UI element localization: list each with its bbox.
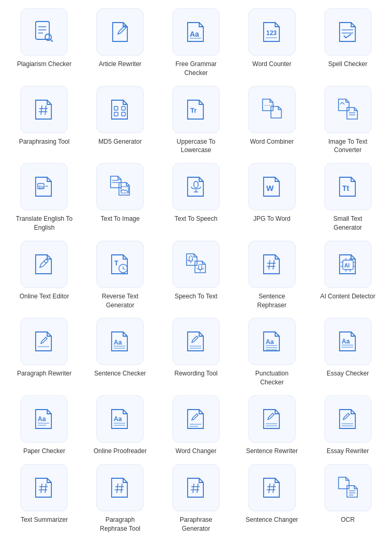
tool-item-text-summarizer[interactable]: Text Summarizer [8, 464, 80, 533]
tool-label-online-proofreader: Online Proofreader [94, 447, 147, 456]
tool-label-paragraph-rewriter: Paragraph Rewriter [17, 369, 71, 378]
svg-rect-17 [122, 106, 125, 110]
tool-icon-online-text-editor [20, 241, 68, 288]
tool-label-ai-content-detector: AI Content Detector [320, 292, 375, 301]
svg-text:AI: AI [344, 263, 350, 268]
tool-item-free-grammar-checker[interactable]: Aa Free Grammar Checker [160, 8, 232, 78]
tool-item-paraphrase-generator[interactable]: Paraphrase Generator [160, 464, 232, 533]
tool-label-paraphrasing-tool: Paraphrasing Tool [19, 137, 70, 146]
tool-icon-ai-content-detector: AI [324, 241, 372, 288]
tool-item-plagiarism-checker[interactable]: Plagiarism Checker [8, 8, 80, 78]
tool-item-text-to-speech[interactable]: Text To Speech [160, 163, 232, 232]
tool-item-jpg-to-word[interactable]: W JPG To Word [236, 163, 308, 232]
tool-label-online-text-editor: Online Text Editor [19, 292, 69, 301]
tool-label-word-counter: Word Counter [253, 60, 291, 69]
tool-item-image-to-text-converter[interactable]: Image To Text Converter [312, 86, 384, 155]
tool-label-reverse-text-generator: Reverse Text Generator [91, 292, 149, 310]
tool-label-free-grammar-checker: Free Grammar Checker [167, 60, 225, 78]
tool-label-speech-to-text: Speech To Text [175, 292, 217, 301]
tool-item-paragraph-rephrase-tool[interactable]: Paragraph Rephrase Tool [84, 464, 156, 533]
tool-label-essay-rewriter: Essay Rewriter [326, 447, 369, 456]
tool-item-translate-english[interactable]: En Translate English To English [8, 163, 80, 232]
tool-item-article-rewriter[interactable]: Article Rewriter [84, 8, 156, 78]
tool-icon-ocr [324, 464, 372, 511]
tool-item-ai-content-detector[interactable]: AI AI Content Detector [312, 241, 384, 310]
tool-item-spell-checker[interactable]: Spell Checker [312, 8, 384, 78]
tool-item-sentence-checker[interactable]: Aa Sentence Checker [84, 318, 156, 387]
tool-label-word-changer: Word Changer [176, 447, 216, 456]
tool-icon-word-counter: 123 [248, 8, 296, 56]
tool-label-small-text-generator: Small Text Generator [319, 214, 377, 232]
tool-item-text-to-image[interactable]: Text To Image [84, 163, 156, 232]
tool-icon-paragraph-rewriter [20, 318, 68, 365]
tool-label-sentence-rephraser: Sentence Rephraser [243, 292, 301, 310]
svg-line-84 [45, 484, 46, 493]
tool-icon-sentence-changer [248, 464, 296, 511]
tool-item-paragraph-rewriter[interactable]: Paragraph Rewriter [8, 318, 80, 387]
tool-item-rewording-tool[interactable]: Rewording Tool [160, 318, 232, 387]
svg-rect-40 [189, 256, 192, 261]
tool-icon-free-grammar-checker: Aa [172, 8, 220, 56]
svg-line-45 [273, 260, 274, 270]
tool-item-word-counter[interactable]: 123 Word Counter [236, 8, 308, 78]
tool-icon-article-rewriter [96, 8, 144, 56]
svg-text:Aa: Aa [38, 415, 46, 423]
tool-label-translate-english: Translate English To English [15, 214, 73, 232]
tool-item-punctuation-checker[interactable]: Aa Punctuation Checker [236, 318, 308, 387]
tool-label-spell-checker: Spell Checker [328, 60, 367, 69]
tool-item-ocr[interactable]: OCR [312, 464, 384, 533]
svg-line-88 [121, 484, 122, 493]
tool-icon-jpg-to-word: W [248, 163, 296, 210]
svg-line-44 [269, 260, 270, 270]
tool-icon-punctuation-checker: Aa [248, 318, 296, 365]
tools-grid: Plagiarism Checker Article Rewriter Aa F… [8, 8, 384, 537]
tool-icon-image-to-text-converter [324, 86, 372, 133]
tool-icon-plagiarism-checker [20, 8, 68, 56]
tool-icon-small-text-generator: Tt [324, 163, 372, 210]
tool-item-md5-generator[interactable]: MD5 Generator [84, 86, 156, 155]
tool-item-online-proofreader[interactable]: Aa Online Proofreader [84, 395, 156, 456]
tool-item-sentence-changer[interactable]: Sentence Changer [236, 464, 308, 533]
tool-item-reverse-text-generator[interactable]: T Reverse Text Generator [84, 241, 156, 310]
tool-item-word-changer[interactable]: Word Changer [160, 395, 232, 456]
tool-label-ocr: OCR [341, 515, 355, 524]
tool-item-online-text-editor[interactable]: Online Text Editor [8, 241, 80, 310]
tool-item-word-combiner[interactable]: Word Combiner [236, 86, 308, 155]
tool-item-sentence-rewriter[interactable]: Sentence Rewriter [236, 395, 308, 456]
tool-icon-word-combiner [248, 86, 296, 133]
tool-label-word-combiner: Word Combiner [250, 137, 294, 146]
tool-icon-paraphrasing-tool [20, 86, 68, 133]
svg-line-96 [273, 484, 274, 493]
tool-icon-text-to-speech [172, 163, 220, 210]
tool-icon-essay-rewriter [324, 395, 372, 443]
svg-line-12 [41, 105, 42, 115]
svg-text:Aa: Aa [190, 30, 199, 38]
tool-icon-online-proofreader: Aa [96, 395, 144, 443]
svg-rect-18 [114, 112, 118, 116]
tool-item-paper-checker[interactable]: Aa Paper Checker [8, 395, 80, 456]
tool-label-article-rewriter: Article Rewriter [99, 60, 141, 69]
svg-text:Aa: Aa [266, 338, 274, 346]
tool-icon-speech-to-text [172, 241, 220, 288]
tool-label-image-to-text-converter: Image To Text Converter [319, 137, 377, 155]
tool-item-uppercase-to-lowercase[interactable]: Tr Uppercase To Lowercase [160, 86, 232, 155]
tool-icon-reverse-text-generator: T [96, 241, 144, 288]
svg-rect-42 [199, 264, 202, 270]
tool-item-speech-to-text[interactable]: Speech To Text [160, 241, 232, 310]
tool-icon-text-to-image [96, 163, 144, 210]
tool-item-sentence-rephraser[interactable]: Sentence Rephraser [236, 241, 308, 310]
svg-line-13 [45, 105, 46, 115]
tool-item-paraphrasing-tool[interactable]: Paraphrasing Tool [8, 86, 80, 155]
svg-rect-19 [122, 112, 125, 116]
svg-rect-0 [36, 22, 49, 39]
tool-icon-spell-checker [324, 8, 372, 56]
tool-label-sentence-rewriter: Sentence Rewriter [246, 447, 298, 456]
tool-item-essay-checker[interactable]: Aa Essay Checker [312, 318, 384, 387]
svg-text:Aa: Aa [342, 338, 350, 345]
tool-item-small-text-generator[interactable]: Tt Small Text Generator [312, 163, 384, 232]
tool-item-essay-rewriter[interactable]: Essay Rewriter [312, 395, 384, 456]
tool-label-essay-checker: Essay Checker [326, 369, 369, 378]
tool-icon-word-changer [172, 395, 220, 443]
tool-label-text-to-speech: Text To Speech [175, 214, 217, 223]
svg-line-91 [193, 484, 194, 493]
